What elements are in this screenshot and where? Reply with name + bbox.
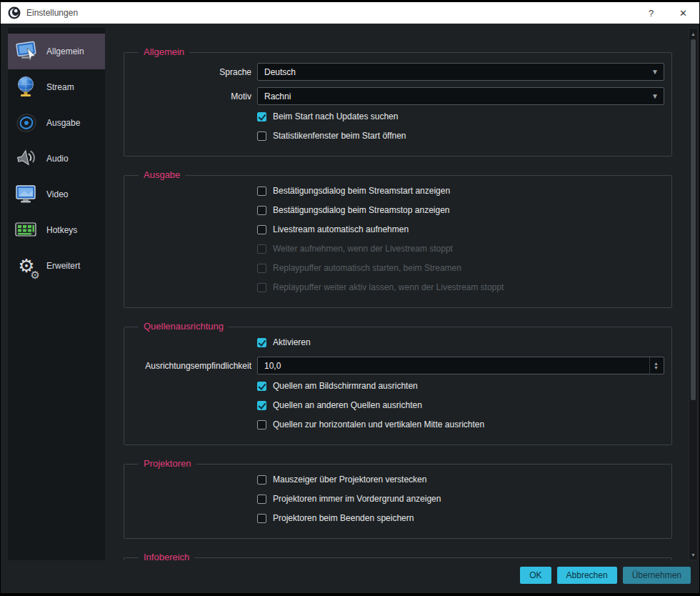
general-icon [14, 39, 39, 64]
main-area: Allgemein St [1, 24, 699, 560]
obs-logo-icon [8, 6, 21, 19]
scroll-up-icon[interactable]: ▲ [689, 29, 697, 39]
checkbox [257, 283, 266, 292]
audio-icon [14, 146, 39, 172]
apply-button[interactable]: Übernehmen [623, 567, 691, 584]
theme-select[interactable]: Rachni ▼ [257, 87, 664, 105]
checkbox[interactable] [257, 187, 266, 196]
output-icon [14, 110, 39, 136]
checkbox[interactable] [257, 206, 266, 215]
checkbox[interactable] [257, 131, 266, 141]
settings-window: Einstellungen ? ✕ Allgemein [1, 2, 699, 593]
group-infobereich: Infobereich Aktivieren [124, 557, 672, 560]
check-hide-cursor-row[interactable]: Mauszeiger über Projektoren verstecken [257, 475, 664, 485]
sidebar-item-label: Audio [46, 154, 69, 164]
group-ausgabe: Ausgabe Bestätigungsdialog beim Streamst… [124, 175, 672, 308]
group-allgemein: Allgemein Sprache Deutsch ▼ Motiv Rachni… [124, 52, 672, 157]
sidebar-item-ausgabe[interactable]: Ausgabe [8, 105, 105, 141]
group-projektoren: Projektoren Mauszeiger über Projektoren … [124, 464, 672, 539]
advanced-gears-icon: ⚙⚙ [14, 253, 39, 279]
checkbox [257, 264, 266, 273]
sidebar-item-erweitert[interactable]: ⚙⚙ Erweitert [8, 248, 105, 284]
snap-sensitivity-row: Ausrichtungsempfindlichkeit 10,0 ▲ ▼ [130, 357, 664, 374]
check-replaybuffer-start-row: Replaypuffer automatisch starten, beim S… [257, 263, 664, 273]
close-button[interactable]: ✕ [667, 2, 699, 24]
stream-icon [14, 74, 39, 100]
check-snap-sources-row[interactable]: Quellen an anderen Quellen ausrichten [257, 400, 664, 410]
snap-sensitivity-input[interactable]: 10,0 ▲ ▼ [257, 357, 664, 374]
checkbox[interactable] [257, 401, 266, 410]
sidebar-item-label: Hotkeys [46, 225, 77, 235]
group-title: Infobereich [139, 552, 194, 560]
check-autorecord-row[interactable]: Livestream automatisch aufnehmen [257, 224, 664, 234]
check-updates-row[interactable]: Beim Start nach Updates suchen [257, 111, 664, 121]
check-keeprecording-row: Weiter aufnehmen, wenn der Livestream st… [257, 244, 664, 254]
sidebar-item-audio[interactable]: Audio [8, 141, 105, 177]
settings-scroll-area: Allgemein Sprache Deutsch ▼ Motiv Rachni… [111, 28, 685, 560]
chevron-down-icon: ▼ [651, 68, 659, 76]
theme-value: Rachni [264, 91, 291, 101]
scrollbar-thumb[interactable] [691, 39, 696, 400]
checkbox[interactable] [257, 112, 266, 121]
checkbox[interactable] [257, 225, 266, 234]
checkbox[interactable] [257, 495, 266, 504]
snap-sensitivity-value: 10,0 [264, 361, 281, 371]
group-title: Allgemein [139, 46, 189, 57]
theme-row: Motiv Rachni ▼ [130, 87, 664, 105]
check-snap-center-row[interactable]: Quellen zur horizontalen und vertikalen … [257, 419, 664, 429]
sidebar-item-allgemein[interactable]: Allgemein [8, 34, 105, 69]
dialog-footer: OK Abbrechen Übernehmen [1, 560, 699, 593]
checkbox [257, 244, 266, 254]
language-value: Deutsch [264, 67, 296, 77]
language-label: Sprache [130, 67, 257, 77]
cancel-button[interactable]: Abbrechen [557, 567, 617, 584]
group-title: Projektoren [139, 458, 196, 469]
language-row: Sprache Deutsch ▼ [130, 63, 664, 81]
spinner-arrows: ▲ ▼ [649, 357, 659, 374]
titlebar[interactable]: Einstellungen ? ✕ [1, 2, 699, 24]
hotkeys-icon [14, 217, 39, 243]
sidebar-item-label: Erweitert [46, 261, 80, 271]
group-quellenausrichtung: Quellenausrichtung Aktivieren Ausrichtun… [124, 327, 672, 445]
group-title: Quellenausrichtung [139, 321, 229, 332]
spin-down-icon[interactable]: ▼ [654, 366, 659, 370]
check-always-on-top-row[interactable]: Projektoren immer im Vordergrund anzeige… [257, 494, 664, 504]
theme-label: Motiv [130, 91, 257, 101]
checkbox[interactable] [257, 338, 266, 347]
check-snap-edge-row[interactable]: Quellen am Bildschirmrand ausrichten [257, 381, 664, 391]
language-select[interactable]: Deutsch ▼ [257, 63, 664, 81]
check-save-projectors-row[interactable]: Projektoren beim Beenden speichern [257, 513, 664, 523]
window-title: Einstellungen [26, 8, 78, 18]
sidebar-item-label: Allgemein [46, 46, 84, 56]
checkbox[interactable] [257, 382, 266, 391]
checkbox[interactable] [257, 475, 266, 485]
sidebar-item-label: Stream [46, 82, 74, 92]
check-streamstop-row[interactable]: Bestätigungsdialog beim Streamstop anzei… [257, 205, 664, 215]
check-streamstart-row[interactable]: Bestätigungsdialog beim Streamstart anze… [257, 186, 664, 196]
group-title: Ausgabe [139, 169, 185, 180]
sidebar-item-label: Video [46, 189, 68, 199]
checkbox[interactable] [257, 420, 266, 429]
check-stats-row[interactable]: Statistikenfenster beim Start öffnen [257, 131, 664, 141]
help-button[interactable]: ? [635, 2, 667, 24]
sidebar-item-label: Ausgabe [46, 118, 80, 128]
video-icon [14, 182, 39, 207]
checkbox[interactable] [257, 514, 266, 523]
sidebar-item-stream[interactable]: Stream [8, 69, 105, 105]
chevron-down-icon: ▼ [651, 92, 659, 100]
snap-sensitivity-label: Ausrichtungsempfindlichkeit [130, 361, 257, 371]
ok-button[interactable]: OK [520, 567, 551, 584]
content-wrap: Allgemein Sprache Deutsch ▼ Motiv Rachni… [105, 28, 698, 560]
scroll-down-icon[interactable]: ▼ [689, 550, 697, 560]
settings-sidebar: Allgemein St [8, 28, 105, 560]
sidebar-item-video[interactable]: Video [8, 177, 105, 212]
sidebar-item-hotkeys[interactable]: Hotkeys [8, 212, 105, 248]
check-snapping-enable-row[interactable]: Aktivieren [257, 337, 664, 347]
check-replaybuffer-keep-row: Replaypuffer weiter aktiv lassen, wenn d… [257, 282, 664, 292]
vertical-scrollbar[interactable]: ▲ ▼ [689, 28, 698, 560]
